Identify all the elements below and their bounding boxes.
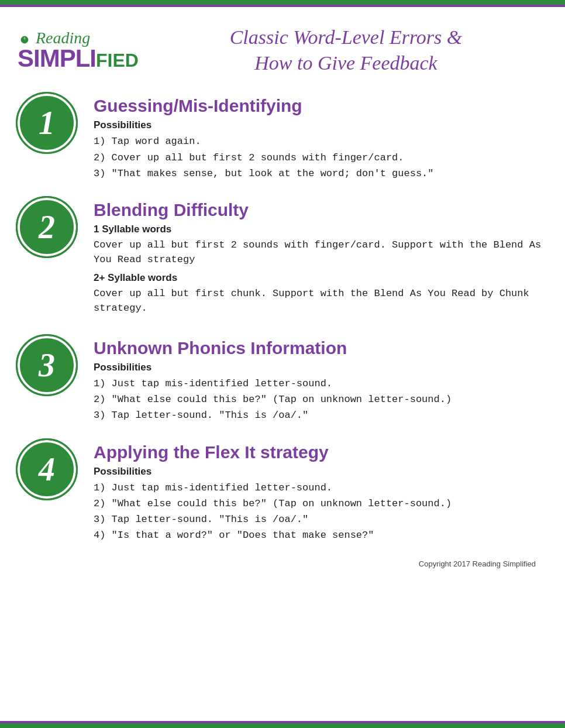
list-item-3-3: 3) Tap letter-sound. "This is /oa/." (94, 407, 542, 423)
section-4: 4Applying the Flex It strategyPossibilit… (18, 440, 542, 544)
list-item-3-2: 2) "What else could this be?" (Tap on un… (94, 392, 542, 407)
extra-sub-heading-2: 2+ Syllable words (94, 272, 542, 284)
section-heading-4: Applying the Flex It strategy (94, 442, 542, 462)
list-item-4-2: 2) "What else could this be?" (Tap on un… (94, 496, 542, 511)
number-circle-4: 4 (18, 440, 76, 499)
page-content: Reading SIMPLIFIED Classic Word-Level Er… (0, 7, 565, 603)
logo-simplified: SIMPLIFIED (18, 46, 139, 71)
sections-container: 1Guessing/Mis-IdentifyingPossibilities1)… (18, 94, 542, 543)
sub-heading-4: Possibilities (94, 466, 542, 478)
top-green-bar (0, 0, 565, 5)
number-circle-2: 2 (18, 198, 76, 256)
section-2: 2Blending Difficulty1 Syllable wordsCove… (18, 198, 542, 320)
section-content-3: Unknown Phonics InformationPossibilities… (94, 336, 542, 424)
number-label-4: 4 (39, 453, 55, 486)
section-content-2: Blending Difficulty1 Syllable wordsCover… (94, 198, 542, 320)
page-title-text: Classic Word-Level Errors & How to Give … (150, 25, 542, 76)
list-item-1-1: 1) Tap word again. (94, 133, 542, 149)
header: Reading SIMPLIFIED Classic Word-Level Er… (18, 19, 542, 76)
copyright-text: Copyright 2017 Reading Simplified (18, 559, 542, 568)
section-content-4: Applying the Flex It strategyPossibiliti… (94, 440, 542, 544)
leaf-icon (20, 35, 29, 44)
number-label-2: 2 (39, 211, 55, 243)
logo-plified-text: FIED (96, 51, 139, 70)
list-item-4-1: 1) Just tap mis-identified letter-sound. (94, 480, 542, 496)
section-3: 3Unknown Phonics InformationPossibilitie… (18, 336, 542, 424)
number-circle-3: 3 (18, 336, 76, 394)
logo-sim-text: SIMPLI (18, 46, 96, 71)
list-item-3-1: 1) Just tap mis-identified letter-sound. (94, 376, 542, 392)
section-content-1: Guessing/Mis-IdentifyingPossibilities1) … (94, 94, 542, 181)
number-label-1: 1 (39, 107, 55, 139)
sub-heading-1: Possibilities (94, 119, 542, 131)
extra-body-text-2: Cover up all but first chunk. Support wi… (94, 286, 542, 316)
sub-heading-3: Possibilities (94, 362, 542, 373)
number-circle-1: 1 (18, 94, 76, 152)
section-heading-2: Blending Difficulty (94, 200, 542, 220)
page-title: Classic Word-Level Errors & How to Give … (139, 25, 542, 76)
list-item-1-2: 2) Cover up all but first 2 sounds with … (94, 150, 542, 166)
list-item-4-3: 3) Tap letter-sound. "This is /oa/." (94, 511, 542, 527)
list-item-1-3: 3) "That makes sense, but look at the wo… (94, 166, 542, 181)
section-heading-3: Unknown Phonics Information (94, 338, 542, 358)
number-label-3: 3 (39, 349, 55, 382)
list-item-4-4: 4) "Is that a word?" or "Does that make … (94, 527, 542, 543)
section-heading-1: Guessing/Mis-Identifying (94, 96, 542, 116)
section-1: 1Guessing/Mis-IdentifyingPossibilities1)… (18, 94, 542, 181)
logo-reading-text: Reading (18, 30, 90, 46)
logo-area: Reading SIMPLIFIED (18, 30, 139, 71)
body-text-2: Cover up all but first 2 sounds with fin… (94, 238, 542, 267)
sub-heading-2: 1 Syllable words (94, 224, 542, 235)
title-line2: How to Give Feedback (254, 52, 437, 74)
bottom-green-bar (0, 723, 565, 728)
title-line1: Classic Word-Level Errors & (230, 26, 463, 48)
